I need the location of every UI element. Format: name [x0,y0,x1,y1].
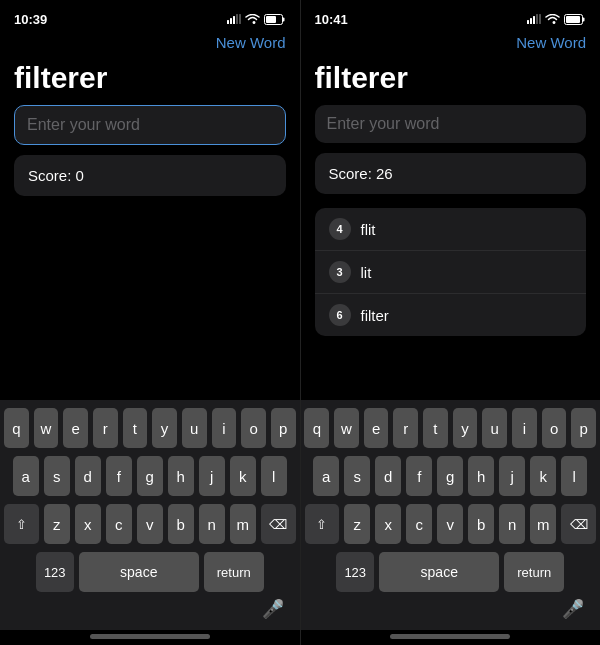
word-badge-flit: 4 [329,218,351,240]
key-b-left[interactable]: b [168,504,194,544]
key-m-left[interactable]: m [230,504,256,544]
key-n-right[interactable]: n [499,504,525,544]
mic-icon-left[interactable]: 🎤 [262,598,284,620]
wifi-icon-right [545,14,560,25]
key-a-left[interactable]: a [13,456,39,496]
key-shift-left[interactable]: ⇧ [4,504,39,544]
key-s-right[interactable]: s [344,456,370,496]
key-f-left[interactable]: f [106,456,132,496]
app-title-left: filterer [0,57,300,105]
key-x-right[interactable]: x [375,504,401,544]
key-u-right[interactable]: u [482,408,507,448]
kb-row-2-left: a s d f g h j k l [4,456,296,496]
key-v-right[interactable]: v [437,504,463,544]
key-f-right[interactable]: f [406,456,432,496]
key-t-left[interactable]: t [123,408,148,448]
kb-row-3-left: ⇧ z x c v b n m ⌫ [4,504,296,544]
key-b-right[interactable]: b [468,504,494,544]
word-item-filter: 6 filter [315,294,587,336]
keyboard-right: q w e r t y u i o p a s d f g h j k l ⇧ … [301,400,601,630]
keyboard-left: q w e r t y u i o p a s d f g h j k l ⇧ … [0,400,300,630]
kb-row-1-right: q w e r t y u i o p [305,408,597,448]
key-e-right[interactable]: e [364,408,389,448]
svg-rect-6 [282,17,284,21]
status-time-left: 10:39 [14,12,47,27]
key-i-right[interactable]: i [512,408,537,448]
mic-row-right: 🎤 [305,596,597,626]
kb-row-bottom-right: 123 space return [305,552,597,592]
status-bar-left: 10:39 [0,0,300,32]
key-c-right[interactable]: c [406,504,432,544]
key-p-right[interactable]: p [571,408,596,448]
key-z-right[interactable]: z [344,504,370,544]
key-a-right[interactable]: a [313,456,339,496]
word-text-filter: filter [361,307,389,324]
status-icons-left [227,14,286,25]
word-item-lit: 3 lit [315,251,587,294]
key-r-left[interactable]: r [93,408,118,448]
key-y-right[interactable]: y [453,408,478,448]
key-v-left[interactable]: v [137,504,163,544]
word-badge-filter: 6 [329,304,351,326]
svg-rect-4 [239,14,241,24]
key-numbers-left[interactable]: 123 [36,552,74,592]
home-indicator-right [390,634,510,639]
key-space-left[interactable]: space [79,552,199,592]
key-return-right[interactable]: return [504,552,564,592]
key-t-right[interactable]: t [423,408,448,448]
key-g-left[interactable]: g [137,456,163,496]
battery-icon [264,14,286,25]
key-h-right[interactable]: h [468,456,494,496]
mic-icon-right[interactable]: 🎤 [562,598,584,620]
key-q-left[interactable]: q [4,408,29,448]
key-p-left[interactable]: p [271,408,296,448]
key-d-left[interactable]: d [75,456,101,496]
svg-rect-12 [539,14,541,24]
new-word-button-left[interactable]: New Word [216,34,286,51]
svg-rect-10 [533,16,535,24]
key-h-left[interactable]: h [168,456,194,496]
key-z-left[interactable]: z [44,504,70,544]
key-n-left[interactable]: n [199,504,225,544]
key-k-right[interactable]: k [530,456,556,496]
word-input-left[interactable] [14,105,286,145]
battery-icon-right [564,14,586,25]
key-o-left[interactable]: o [241,408,266,448]
key-o-right[interactable]: o [542,408,567,448]
key-y-left[interactable]: y [152,408,177,448]
new-word-button-right[interactable]: New Word [516,34,586,51]
key-l-left[interactable]: l [261,456,287,496]
key-backspace-right[interactable]: ⌫ [561,504,596,544]
key-numbers-right[interactable]: 123 [336,552,374,592]
key-k-left[interactable]: k [230,456,256,496]
key-g-right[interactable]: g [437,456,463,496]
score-box-right: Score: 26 [315,153,587,194]
score-box-left: Score: 0 [14,155,286,196]
key-q-right[interactable]: q [304,408,329,448]
key-w-left[interactable]: w [34,408,59,448]
key-s-left[interactable]: s [44,456,70,496]
key-backspace-left[interactable]: ⌫ [261,504,296,544]
key-shift-right[interactable]: ⇧ [305,504,340,544]
key-return-left[interactable]: return [204,552,264,592]
word-list-right: 4 flit 3 lit 6 filter [315,208,587,336]
key-l-right[interactable]: l [561,456,587,496]
key-d-right[interactable]: d [375,456,401,496]
signal-icon [227,14,241,24]
svg-rect-3 [236,14,238,24]
key-j-left[interactable]: j [199,456,225,496]
key-c-left[interactable]: c [106,504,132,544]
key-x-left[interactable]: x [75,504,101,544]
key-space-right[interactable]: space [379,552,499,592]
nav-bar-right: New Word [301,32,601,57]
key-j-right[interactable]: j [499,456,525,496]
word-input-right[interactable] [315,105,587,143]
status-time-right: 10:41 [315,12,348,27]
key-w-right[interactable]: w [334,408,359,448]
key-m-right[interactable]: m [530,504,556,544]
key-i-left[interactable]: i [212,408,237,448]
key-e-left[interactable]: e [63,408,88,448]
key-r-right[interactable]: r [393,408,418,448]
key-u-left[interactable]: u [182,408,207,448]
svg-rect-7 [266,16,276,23]
